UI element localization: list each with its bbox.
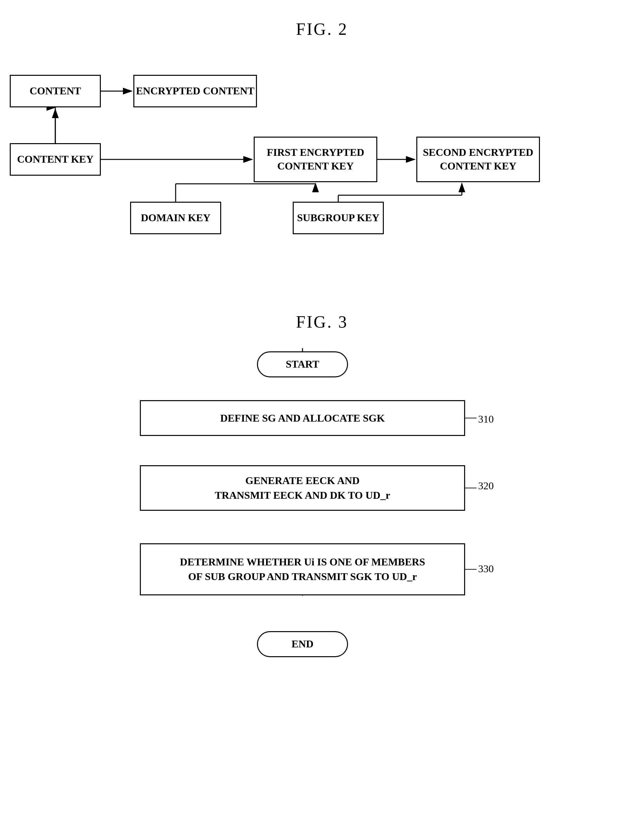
step330-box: DETERMINE WHETHER Ui IS ONE OF MEMBERSOF… [140, 543, 465, 595]
fig2-title: FIG. 2 [296, 20, 348, 39]
step320-box: GENERATE EECK ANDTRANSMIT EECK AND DK TO… [140, 465, 465, 511]
second-encrypted-content-key-box: SECOND ENCRYPTEDCONTENT KEY [416, 137, 540, 182]
subgroup-key-box: SUBGROUP KEY [293, 202, 384, 234]
step330-label: 330 [478, 563, 494, 575]
domain-key-box: DOMAIN KEY [130, 202, 221, 234]
fig3-title: FIG. 3 [296, 312, 348, 331]
content-box: CONTENT [10, 75, 101, 107]
step310-box: DEFINE SG AND ALLOCATE SGK [140, 400, 465, 436]
encrypted-content-box: ENCRYPTED CONTENT [133, 75, 257, 107]
content-key-box: CONTENT KEY [10, 143, 101, 176]
first-encrypted-content-key-box: FIRST ENCRYPTEDCONTENT KEY [254, 137, 377, 182]
start-box: START [257, 351, 348, 377]
step320-label: 320 [478, 480, 494, 492]
end-box: END [257, 631, 348, 657]
step310-label: 310 [478, 413, 494, 425]
